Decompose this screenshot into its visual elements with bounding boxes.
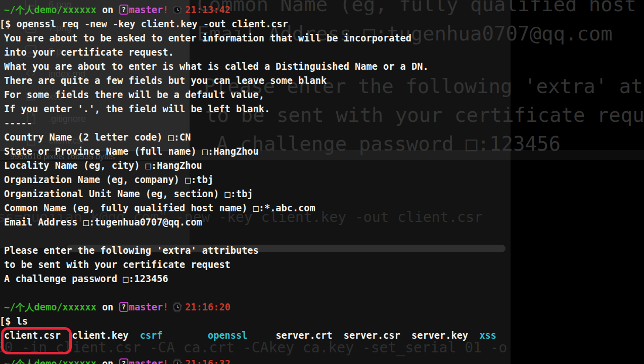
terminal-text: Organization Name (eg, company) □:tbj (4, 174, 213, 185)
ls-spacing (162, 330, 208, 341)
terminal-output-line: ----- (4, 116, 641, 130)
prompt-separator: on (97, 302, 119, 312)
git-branch-icon: ? (119, 358, 128, 364)
terminal-output-line: Locality Name (eg, city) □:HangZhou (4, 159, 641, 173)
terminal-output-line: Organizational Unit Name (eg, section) □… (4, 187, 641, 201)
terminal-output-line: Country Name (2 letter code) □:CN (4, 130, 641, 145)
blank-line (4, 286, 641, 300)
watch-icon (172, 358, 182, 364)
ls-directory-name: csrf (140, 330, 163, 341)
ls-directory-name: xss (479, 330, 496, 341)
shell-prompt: ~/个人demo/xxxxxx on ?master!21:16:20 (4, 300, 641, 314)
ls-spacing (61, 330, 72, 341)
git-dirty-indicator: ! (163, 358, 168, 364)
git-branch-name: master (129, 5, 163, 15)
terminal-output-line: You are about to be asked to enter infor… (4, 31, 641, 46)
terminal-output-line: Organization Name (eg, company) □:tbj (4, 173, 641, 187)
git-dirty-indicator: ! (163, 302, 168, 312)
ls-directory-name: openssl (208, 330, 247, 341)
terminal-output-line: State or Province Name (full name) □:Han… (4, 145, 641, 159)
terminal-text: There are quite a few fields but you can… (4, 75, 327, 86)
terminal-text: What you are about to enter is what is c… (4, 61, 429, 72)
ls-spacing (128, 330, 140, 341)
terminal-output-line: If you enter '.', the field will be left… (4, 102, 641, 116)
terminal-text: ----- (4, 118, 32, 128)
prompt-separator: on (97, 358, 119, 364)
terminal-text: You are about to be asked to enter infor… (4, 33, 411, 43)
terminal-text: If you enter '.', the field will be left… (4, 104, 270, 114)
ls-file-name: client.csr (4, 330, 61, 341)
blank-line (4, 230, 641, 244)
ls-spacing (332, 330, 343, 341)
git-branch-icon: ? (119, 5, 128, 15)
prompt-path: ~/个人demo/xxxxxx (4, 5, 97, 15)
ls-file-name: server.key (411, 330, 468, 341)
terminal-text: to be sent with your certificate request (4, 259, 231, 270)
prompt-time: 21:16:20 (185, 302, 231, 312)
terminal-text: For some fields there will be a default … (4, 89, 264, 100)
ls-file-name: server.csr (344, 330, 400, 341)
terminal-text: Please enter the following 'extra' attri… (4, 245, 259, 256)
git-branch-icon: ? (119, 302, 128, 312)
terminal-text: [$ ls (0, 316, 28, 327)
terminal-text: [$ openssl req -new -key client.key -out… (0, 19, 288, 29)
prompt-path: ~/个人demo/xxxxxx (4, 302, 97, 312)
ls-output-row: client.csr client.key csrf openssl serve… (4, 329, 641, 343)
terminal-text: Country Name (2 letter code) □:CN (4, 132, 191, 143)
terminal-text: Common Name (eg, fully qualified host na… (4, 203, 315, 213)
terminal-text: Organizational Unit Name (eg, section) □… (4, 189, 253, 199)
terminal-text: Locality Name (eg, city) □:HangZhou (4, 160, 202, 171)
terminal-output-line: There are quite a few fields but you can… (4, 74, 641, 88)
git-branch-name: master (129, 358, 163, 364)
command-line: [$ ls (0, 314, 641, 329)
git-branch-name: master (129, 302, 163, 312)
terminal-screen[interactable]: Common Name (eg, fully qualified host na… (0, 0, 644, 364)
terminal-output-line: What you are about to enter is what is c… (4, 60, 641, 74)
terminal-output-line: Please enter the following 'extra' attri… (4, 244, 641, 258)
terminal-output-line: to be sent with your certificate request (4, 258, 641, 272)
prompt-path: ~/个人demo/xxxxxx (4, 358, 97, 364)
shell-prompt: ~/个人demo/xxxxxx on ?master!21:13:42 (4, 3, 641, 17)
terminal-output-line: For some fields there will be a default … (4, 88, 641, 102)
terminal-text: Email Address □:tugenhua0707@qq.com (4, 217, 202, 228)
terminal-text: A challenge password □:123456 (4, 274, 168, 284)
terminal-text-area: ~/个人demo/xxxxxx on ?master!21:13:42[$ op… (4, 3, 641, 364)
ls-spacing (468, 330, 479, 341)
git-dirty-indicator: ! (163, 5, 168, 15)
terminal-text: into your certificate request. (4, 47, 174, 58)
prompt-time: 21:16:32 (185, 358, 231, 364)
shell-prompt: ~/个人demo/xxxxxx on ?master!21:16:32 (4, 357, 641, 364)
terminal-output-line: into your certificate request. (4, 46, 641, 60)
ls-spacing (400, 330, 411, 341)
prompt-time: 21:13:42 (185, 5, 231, 15)
blank-line (4, 343, 641, 357)
ls-spacing (247, 330, 275, 341)
watch-icon (172, 302, 182, 316)
command-line: [$ openssl req -new -key client.key -out… (0, 17, 641, 31)
ls-file-name: client.key (72, 330, 128, 341)
terminal-text: State or Province Name (full name) □:Han… (4, 146, 259, 157)
terminal-output-line: Common Name (eg, fully qualified host na… (4, 201, 641, 215)
terminal-output-line: A challenge password □:123456 (4, 272, 641, 286)
ls-file-name: server.crt (275, 330, 332, 341)
prompt-separator: on (97, 5, 119, 15)
terminal-output-line: Email Address □:tugenhua0707@qq.com (4, 215, 641, 230)
